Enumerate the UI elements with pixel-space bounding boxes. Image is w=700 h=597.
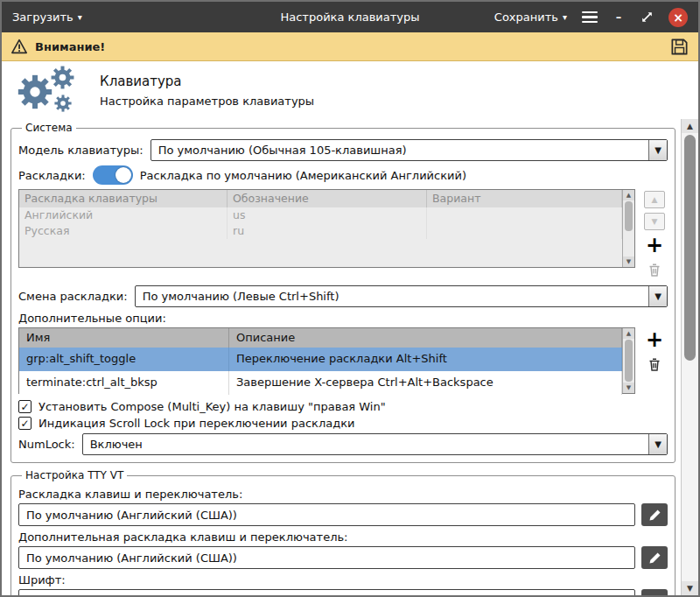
table-row: Русская ru <box>19 223 622 239</box>
edit-tty-layout-button[interactable] <box>641 503 668 526</box>
warning-text: Внимание! <box>35 40 105 53</box>
layout-switch-value: По умолчанию (Левые Ctrl+Shift) <box>136 286 648 306</box>
layouts-default-toggle[interactable] <box>93 165 133 185</box>
scrolllock-checkbox-row[interactable]: ✓ Индикация Scroll Lock при переключении… <box>18 417 668 430</box>
checkbox-checked-icon[interactable]: ✓ <box>18 400 32 413</box>
load-menu-label: Загрузить <box>12 11 74 24</box>
table-row[interactable]: terminate:ctrl_alt_bksp Завершение X-сер… <box>19 371 622 395</box>
tty-group: Настройка TTY VT Раскладка клавиш и пере… <box>10 469 676 595</box>
titlebar-controls: Сохранить ▾ – × <box>494 8 688 27</box>
table-row[interactable]: grp:alt_shift_toggle Переключение раскла… <box>19 348 622 371</box>
minimize-button[interactable]: – <box>612 11 625 24</box>
layouts-table-wrap: Раскладка клавиатуры Обозначение Вариант… <box>18 189 668 279</box>
close-icon: × <box>673 11 683 25</box>
gears-icon <box>16 65 79 116</box>
dropdown-arrow-icon[interactable]: ▼ <box>648 434 667 454</box>
layouts-default-text: Раскладка по умолчанию (Американский Анг… <box>140 169 466 182</box>
tty-layout-label: Раскладка клавиш и переключатель: <box>18 488 668 501</box>
module-header: Клавиатура Настройка параметров клавиату… <box>2 61 698 119</box>
layouts-table-header: Раскладка клавиатуры Обозначение Вариант <box>19 190 622 207</box>
tty-font-label: Шрифт: <box>18 573 668 586</box>
layout-switch-label: Смена раскладки: <box>18 290 128 303</box>
move-down-button[interactable]: ▼ <box>644 213 665 230</box>
hamburger-menu-icon[interactable] <box>582 11 598 24</box>
layouts-table: Раскладка клавиатуры Обозначение Вариант… <box>18 189 635 268</box>
scroll-up-icon[interactable]: ▲ <box>623 190 634 200</box>
load-menu-button[interactable]: Загрузить ▾ <box>12 11 82 24</box>
caret-down-icon: ▾ <box>563 13 567 22</box>
scroll-down-icon[interactable]: ▼ <box>623 256 634 267</box>
tty-layout-field[interactable]: По умолчанию (Английский (США)) <box>18 503 635 526</box>
pencil-icon <box>648 594 662 596</box>
system-group: Система Модель клавиатуры: По умолчанию … <box>10 122 676 463</box>
col-header: Раскладка клавиатуры <box>19 190 228 207</box>
options-table-header: Имя Описание <box>19 328 622 348</box>
compose-checkbox-label: Установить Compose (Multi_Key) на клавиш… <box>38 400 386 413</box>
scroll-down-icon[interactable]: ▼ <box>682 581 698 595</box>
scrolllock-checkbox-label: Индикация Scroll Lock при переключении р… <box>38 417 354 430</box>
layouts-row: Раскладки: Раскладка по умолчанию (Амери… <box>18 165 668 185</box>
tty-extra-layout-label: Дополнительная раскладка клавиш и перекл… <box>18 530 668 544</box>
options-table-scrollbar[interactable]: ▲ ▼ <box>622 328 634 393</box>
maximize-button[interactable] <box>640 11 654 25</box>
tty-extra-layout-field[interactable]: По умолчанию (Английский (США)) <box>18 546 635 569</box>
module-subtitle: Настройка параметров клавиатуры <box>100 95 314 108</box>
save-menu-label: Сохранить <box>494 11 558 24</box>
settings-form: Система Модель клавиатуры: По умолчанию … <box>2 119 681 595</box>
dropdown-arrow-icon[interactable]: ▼ <box>648 140 667 160</box>
edit-tty-extra-layout-button[interactable] <box>641 546 668 569</box>
main-scrollbar[interactable]: ▲ ▼ <box>681 119 698 595</box>
trash-icon <box>648 357 662 372</box>
numlock-row: NumLock: Включен ▼ <box>18 433 668 455</box>
col-header: Вариант <box>427 190 622 207</box>
trash-icon <box>648 263 662 277</box>
layouts-table-scrollbar[interactable]: ▲ ▼ <box>622 190 634 267</box>
settings-scroll-area: Система Модель клавиатуры: По умолчанию … <box>2 119 698 595</box>
layouts-label: Раскладки: <box>18 169 86 182</box>
layout-switch-dropdown[interactable]: По умолчанию (Левые Ctrl+Shift) ▼ <box>135 285 668 307</box>
module-header-text: Клавиатура Настройка параметров клавиату… <box>100 74 314 108</box>
scrollbar-thumb[interactable] <box>625 201 633 231</box>
floppy-disk-icon <box>669 37 690 57</box>
system-group-legend: Система <box>22 122 76 134</box>
keyboard-model-dropdown[interactable]: По умолчанию (Обычная 105-клавишная) ▼ <box>150 139 668 161</box>
toggle-knob <box>116 167 131 183</box>
caret-down-icon: ▾ <box>78 13 82 22</box>
save-file-button[interactable] <box>669 37 690 57</box>
scroll-up-icon[interactable]: ▲ <box>682 119 698 133</box>
compose-checkbox-row[interactable]: ✓ Установить Compose (Multi_Key) на клав… <box>18 400 668 413</box>
tty-font-row: По умолчанию (Европейская латинская) <box>18 589 668 595</box>
delete-layout-button[interactable] <box>644 260 665 279</box>
tty-font-field[interactable]: По умолчанию (Европейская латинская) <box>18 589 635 595</box>
save-menu-button[interactable]: Сохранить ▾ <box>494 11 567 24</box>
scrollbar-thumb[interactable] <box>684 135 696 361</box>
checkbox-checked-icon[interactable]: ✓ <box>18 417 32 430</box>
col-header: Описание <box>229 328 622 348</box>
pencil-icon <box>648 509 662 522</box>
delete-option-button[interactable] <box>644 355 665 374</box>
scroll-up-icon[interactable]: ▲ <box>623 328 634 339</box>
titlebar: Загрузить ▾ Настройка клавиатуры Сохрани… <box>2 2 698 32</box>
numlock-value: Включен <box>83 434 648 454</box>
add-layout-button[interactable]: + <box>644 235 665 256</box>
options-table: Имя Описание grp:alt_shift_toggle Перекл… <box>18 327 635 394</box>
options-table-wrap: Имя Описание grp:alt_shift_toggle Перекл… <box>18 327 668 394</box>
dropdown-arrow-icon[interactable]: ▼ <box>648 286 667 306</box>
tty-layout-row: По умолчанию (Английский (США)) <box>18 503 668 526</box>
scrollbar-thumb[interactable] <box>625 340 633 382</box>
pencil-icon <box>648 551 662 565</box>
keyboard-model-row: Модель клавиатуры: По умолчанию (Обычная… <box>18 139 668 161</box>
close-button[interactable]: × <box>668 8 688 27</box>
keyboard-model-value: По умолчанию (Обычная 105-клавишная) <box>151 140 648 160</box>
numlock-label: NumLock: <box>18 438 75 451</box>
move-up-button[interactable]: ▲ <box>644 191 665 208</box>
extra-options-label: Дополнительные опции: <box>18 312 668 325</box>
keyboard-settings-window: Загрузить ▾ Настройка клавиатуры Сохрани… <box>0 0 700 597</box>
add-option-button[interactable]: + <box>644 329 665 350</box>
numlock-dropdown[interactable]: Включен ▼ <box>82 433 668 455</box>
warning-bar: Внимание! <box>2 32 698 61</box>
scroll-down-icon[interactable]: ▼ <box>623 383 634 393</box>
keyboard-model-label: Модель клавиатуры: <box>18 144 144 157</box>
module-title: Клавиатура <box>100 74 314 89</box>
edit-tty-font-button[interactable] <box>641 589 668 595</box>
